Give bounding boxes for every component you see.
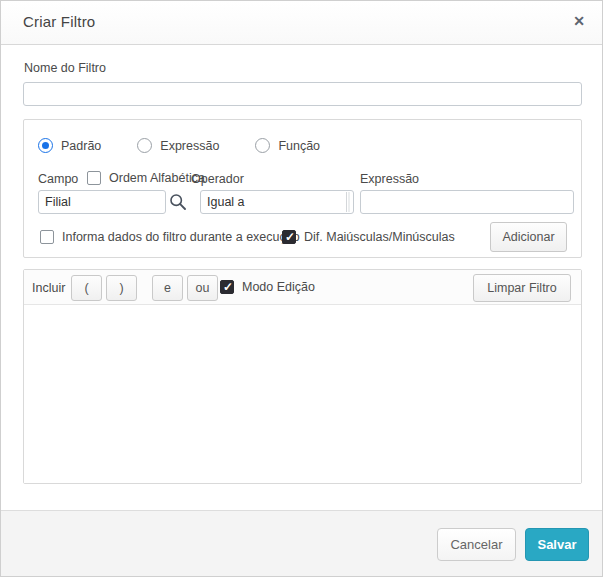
radio-unselected-icon — [137, 138, 152, 153]
operador-select[interactable]: Igual a — [200, 190, 354, 214]
radio-padrao[interactable]: Padrão — [38, 138, 101, 153]
checkbox-checked-icon: ✓ — [282, 230, 296, 244]
informa-dados-label: Informa dados do filtro durante a execuç… — [62, 230, 300, 244]
token-button-group: ( ) e ou — [71, 275, 222, 301]
close-icon[interactable]: ✕ — [569, 11, 589, 31]
checkbox-unchecked-icon: ✓ — [40, 230, 54, 244]
checkbox-checked-icon: ✓ — [220, 280, 234, 294]
radio-padrao-label: Padrão — [61, 139, 101, 153]
and-button[interactable]: e — [152, 275, 183, 301]
dialog-footer: Cancelar Salvar — [1, 510, 602, 576]
dif-maiusculas-label: Dif. Maiúsculas/Minúsculas — [304, 230, 455, 244]
create-filter-dialog: Criar Filtro ✕ Nome do Filtro Padrão Exp… — [0, 0, 603, 577]
modo-edicao-label: Modo Edição — [242, 280, 315, 294]
radio-funcao-label: Função — [278, 139, 320, 153]
expressao-input[interactable] — [360, 190, 574, 214]
open-paren-button[interactable]: ( — [71, 275, 102, 301]
informa-dados-checkbox[interactable]: ✓ Informa dados do filtro durante a exec… — [40, 230, 300, 244]
modo-edicao-checkbox[interactable]: ✓ Modo Edição — [220, 280, 315, 294]
radio-expressao-label: Expressão — [160, 139, 219, 153]
filter-name-input[interactable] — [23, 82, 582, 106]
expressao-label: Expressão — [360, 172, 419, 186]
filter-expression-area[interactable] — [24, 306, 581, 483]
campo-lookup-button[interactable] — [167, 192, 189, 214]
campo-label: Campo — [38, 172, 78, 186]
close-paren-button[interactable]: ) — [106, 275, 137, 301]
filter-type-radio-group: Padrão Expressão Função — [38, 138, 356, 153]
select-scrollbar — [348, 192, 350, 212]
or-button[interactable]: ou — [187, 275, 218, 301]
dialog-header: Criar Filtro ✕ — [1, 1, 602, 45]
builder-section: Incluir ( ) e ou ✓ Modo Edição Limpar Fi… — [23, 269, 582, 484]
dif-maiusculas-checkbox[interactable]: ✓ Dif. Maiúsculas/Minúsculas — [282, 230, 455, 244]
operador-label: Operador — [191, 172, 244, 186]
search-icon — [169, 193, 187, 211]
builder-toolbar: Incluir ( ) e ou ✓ Modo Edição Limpar Fi… — [24, 270, 581, 305]
radio-funcao[interactable]: Função — [255, 138, 320, 153]
criteria-section: Padrão Expressão Função Campo ✓ Ordem Al… — [23, 119, 582, 258]
select-scrollbar-line — [346, 192, 347, 212]
radio-expressao[interactable]: Expressão — [137, 138, 219, 153]
cancel-button[interactable]: Cancelar — [437, 528, 516, 561]
limpar-filtro-button[interactable]: Limpar Filtro — [473, 274, 571, 302]
radio-selected-icon — [38, 138, 53, 153]
checkbox-unchecked-icon: ✓ — [87, 171, 101, 185]
radio-unselected-icon — [255, 138, 270, 153]
ordem-alfabetica-checkbox[interactable]: ✓ Ordem Alfabética — [87, 171, 205, 185]
dialog-title: Criar Filtro — [23, 13, 95, 30]
filter-name-label: Nome do Filtro — [24, 61, 106, 75]
adicionar-button[interactable]: Adicionar — [490, 222, 567, 252]
operador-selected-value: Igual a — [207, 195, 245, 209]
save-button[interactable]: Salvar — [525, 528, 589, 561]
campo-input[interactable] — [38, 190, 166, 214]
incluir-label: Incluir — [32, 281, 65, 295]
